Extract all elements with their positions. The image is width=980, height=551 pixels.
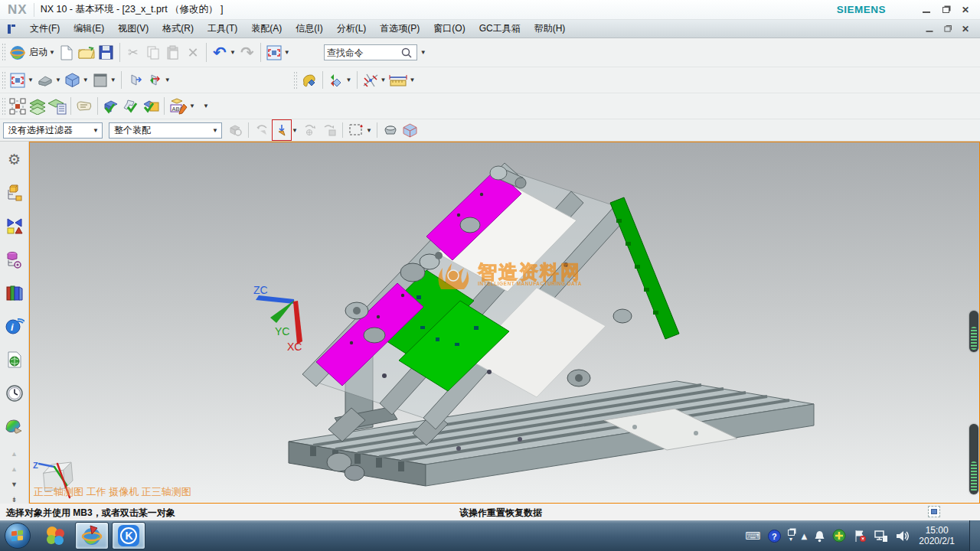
clip-section-icon[interactable] [126, 70, 144, 90]
taskbar-k-app[interactable]: K [112, 522, 145, 549]
network-icon[interactable] [874, 530, 888, 543]
measure-icon[interactable] [388, 70, 408, 90]
menu-window[interactable]: 窗口(O) [426, 20, 472, 37]
show-desktop-button[interactable] [969, 520, 980, 551]
doc-close-button[interactable]: ✕ [962, 24, 969, 34]
menu-info[interactable]: 信息(I) [289, 20, 329, 37]
history-document-icon[interactable] [3, 348, 26, 371]
notification-bell-icon[interactable] [814, 530, 825, 543]
new-file-icon[interactable] [57, 43, 76, 63]
interior-selection-icon[interactable] [273, 120, 291, 140]
scrollbar-widget-bottom[interactable] [969, 424, 978, 494]
volume-icon[interactable] [895, 530, 909, 543]
section-caret-icon[interactable]: ▼ [165, 77, 171, 83]
menu-format[interactable]: 格式(R) [155, 20, 201, 37]
orient-view-icon[interactable] [36, 70, 54, 90]
selection-filter-combo[interactable]: 没有选择过滤器 ▼ [3, 122, 103, 139]
solid-body-icon[interactable] [401, 120, 420, 140]
search-icon[interactable] [400, 47, 413, 59]
layer-category-icon[interactable] [48, 96, 67, 116]
scroll-bottom-icon[interactable]: ⇟ [11, 496, 18, 504]
redo-icon[interactable]: ↷ [238, 43, 256, 63]
true-shading-icon[interactable] [300, 70, 318, 90]
menu-tools[interactable]: 工具(T) [201, 20, 244, 37]
command-finder[interactable] [324, 44, 417, 60]
shaded-view-caret-icon[interactable]: ▼ [83, 77, 89, 83]
fit-view-icon[interactable] [8, 70, 27, 90]
reuse-library-icon[interactable] [3, 248, 26, 271]
search-caret-icon[interactable]: ▼ [420, 49, 426, 56]
history-clock-icon[interactable] [3, 382, 26, 405]
fit-view-caret-icon[interactable]: ▼ [28, 77, 34, 83]
menu-assembly[interactable]: 装配(A) [244, 20, 289, 37]
close-button[interactable]: ✕ [962, 5, 969, 15]
touch-mode-caret-icon[interactable]: ▼ [284, 49, 290, 56]
rotate-selection-icon[interactable] [300, 120, 318, 140]
help-icon[interactable]: ? [768, 530, 781, 543]
annotation-tag-icon[interactable] [75, 96, 93, 116]
start-button[interactable] [5, 523, 31, 549]
copy-icon[interactable] [144, 43, 162, 63]
delete-icon[interactable]: ✕ [184, 43, 202, 63]
launch-label[interactable]: 启动 [29, 46, 47, 59]
assembly-constraints-icon[interactable] [102, 96, 120, 116]
cad-model[interactable]: ZC YC XC Z [30, 142, 978, 502]
background-icon[interactable] [91, 70, 109, 90]
toolbar-drag-handle[interactable] [2, 71, 5, 89]
general-object-icon[interactable] [381, 120, 400, 140]
menu-file[interactable]: 文件(F) [23, 20, 67, 37]
menu-edit[interactable]: 编辑(E) [67, 20, 111, 37]
toolbar-drag-handle[interactable] [2, 97, 5, 115]
scroll-up-icon[interactable]: ▲ [11, 450, 18, 458]
toolbar-overflow-caret-icon[interactable]: ▼ [203, 103, 209, 109]
search-input[interactable] [327, 47, 400, 58]
action-center-flag-icon[interactable] [853, 530, 867, 543]
highlight-related-icon[interactable] [253, 120, 271, 140]
hidden-icons-icon[interactable]: ▲ [802, 532, 808, 540]
measure-caret-icon[interactable]: ▼ [409, 77, 415, 83]
assembly-cut-icon[interactable] [142, 96, 160, 116]
status-fit-icon[interactable] [928, 506, 940, 517]
toolbar-drag-handle[interactable] [2, 43, 5, 63]
toolbar-drag-handle[interactable] [293, 71, 297, 89]
layer-settings-icon[interactable] [28, 96, 47, 116]
show-only-icon[interactable] [8, 96, 27, 116]
move-component-icon[interactable] [122, 96, 140, 116]
constraint-navigator-icon[interactable] [3, 214, 26, 237]
minimize-button[interactable] [923, 5, 930, 15]
launch-globe-icon[interactable] [8, 43, 27, 63]
roles-gear-icon[interactable]: ⚙ [3, 148, 26, 171]
wcs-triad[interactable]: ZC YC XC [253, 284, 302, 353]
annotation-caret-icon[interactable]: ▼ [189, 103, 195, 109]
taskbar-nx-app[interactable] [75, 522, 109, 549]
taskbar-clock[interactable]: 15:00 2020/2/1 [919, 525, 955, 546]
annotation-editor-icon[interactable]: ABC [168, 96, 188, 116]
cut-icon[interactable]: ✂ [124, 43, 142, 63]
doc-minimize-button[interactable] [926, 24, 933, 34]
library-books-icon[interactable] [3, 282, 26, 305]
menu-view[interactable]: 视图(V) [111, 20, 155, 37]
open-folder-icon[interactable] [77, 43, 96, 63]
related-components-icon[interactable] [320, 120, 338, 140]
materials-palette-icon[interactable] [3, 415, 26, 438]
menu-preferences[interactable]: 首选项(P) [373, 20, 426, 37]
interior-selection-caret-icon[interactable]: ▼ [292, 127, 298, 134]
restore-button[interactable] [942, 5, 949, 15]
orient-view-caret-icon[interactable]: ▼ [55, 77, 61, 83]
touch-mode-icon[interactable] [265, 43, 283, 63]
selection-scope-combo[interactable]: 整个装配 ▼ [109, 122, 222, 139]
menu-help[interactable]: 帮助(H) [528, 20, 573, 37]
web-info-icon[interactable]: i [3, 315, 26, 337]
undo-icon[interactable]: ↶ [211, 43, 229, 63]
scrollbar-widget-top[interactable] [969, 311, 978, 352]
snap-point-icon[interactable] [361, 70, 380, 90]
graphics-window[interactable]: ZC YC XC Z 智造资料网 INTELL [29, 142, 980, 504]
rendering-style-caret-icon[interactable]: ▼ [346, 77, 352, 83]
scroll-up2-icon[interactable]: ▲ [11, 465, 18, 473]
window-popup-icon[interactable]: ▼ [788, 530, 795, 542]
doc-restore-button[interactable] [944, 24, 951, 34]
edit-section-icon[interactable] [145, 70, 164, 90]
menu-analysis[interactable]: 分析(L) [330, 20, 374, 37]
menu-gc-toolbox[interactable]: GC工具箱 [472, 20, 528, 37]
select-assembly-icon[interactable] [226, 120, 244, 140]
